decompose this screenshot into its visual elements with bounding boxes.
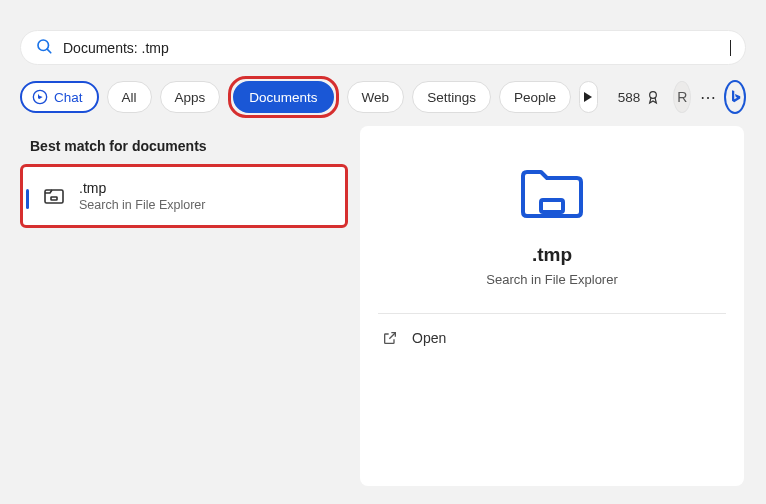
tab-settings[interactable]: Settings <box>412 81 491 113</box>
svg-point-3 <box>650 92 657 99</box>
filter-row: Chat All Apps Documents Web Settings Peo… <box>20 80 746 114</box>
user-avatar[interactable]: R <box>673 81 691 113</box>
search-icon <box>35 37 53 59</box>
rewards-points-value: 588 <box>618 90 641 105</box>
result-subtitle: Search in File Explorer <box>79 198 205 212</box>
svg-line-1 <box>47 49 51 53</box>
action-open[interactable]: Open <box>360 314 744 362</box>
more-options-button[interactable]: ⋯ <box>699 81 716 113</box>
tab-web[interactable]: Web <box>347 81 405 113</box>
results-section-label: Best match for documents <box>30 138 207 154</box>
tab-people-label: People <box>514 90 556 105</box>
result-title: .tmp <box>79 180 205 196</box>
tab-settings-label: Settings <box>427 90 476 105</box>
tab-documents[interactable]: Documents <box>233 81 333 113</box>
tab-all[interactable]: All <box>107 81 152 113</box>
text-caret <box>730 40 731 56</box>
play-icon <box>583 92 593 102</box>
action-open-label: Open <box>412 330 446 346</box>
detail-panel: .tmp Search in File Explorer Open <box>360 126 744 486</box>
tab-chat[interactable]: Chat <box>20 81 99 113</box>
search-bar[interactable]: Documents: .tmp <box>20 30 746 65</box>
tab-documents-highlight: Documents <box>228 76 338 118</box>
result-item[interactable]: .tmp Search in File Explorer <box>20 164 348 228</box>
tab-apps[interactable]: Apps <box>160 81 221 113</box>
tab-chat-label: Chat <box>54 90 83 105</box>
overflow-tabs-button[interactable] <box>579 81 598 113</box>
detail-subtitle: Search in File Explorer <box>360 272 744 287</box>
rewards-points[interactable]: 588 <box>618 89 662 105</box>
open-external-icon <box>382 330 398 346</box>
bing-chat-icon <box>32 89 48 105</box>
avatar-initial: R <box>677 89 687 105</box>
bing-button[interactable] <box>724 80 746 114</box>
detail-hero-icon <box>360 162 744 222</box>
tab-all-label: All <box>122 90 137 105</box>
detail-title: .tmp <box>360 244 744 266</box>
bing-icon <box>726 88 744 106</box>
svg-rect-5 <box>51 197 57 200</box>
result-texts: .tmp Search in File Explorer <box>79 180 205 212</box>
rewards-medal-icon <box>645 89 661 105</box>
svg-rect-6 <box>541 200 563 212</box>
search-input[interactable]: Documents: .tmp <box>63 40 729 56</box>
file-explorer-icon <box>41 183 67 209</box>
more-icon: ⋯ <box>700 88 716 107</box>
tab-web-label: Web <box>362 90 390 105</box>
tab-apps-label: Apps <box>175 90 206 105</box>
tab-people[interactable]: People <box>499 81 571 113</box>
tab-documents-label: Documents <box>249 90 317 105</box>
result-active-indicator <box>26 189 29 209</box>
